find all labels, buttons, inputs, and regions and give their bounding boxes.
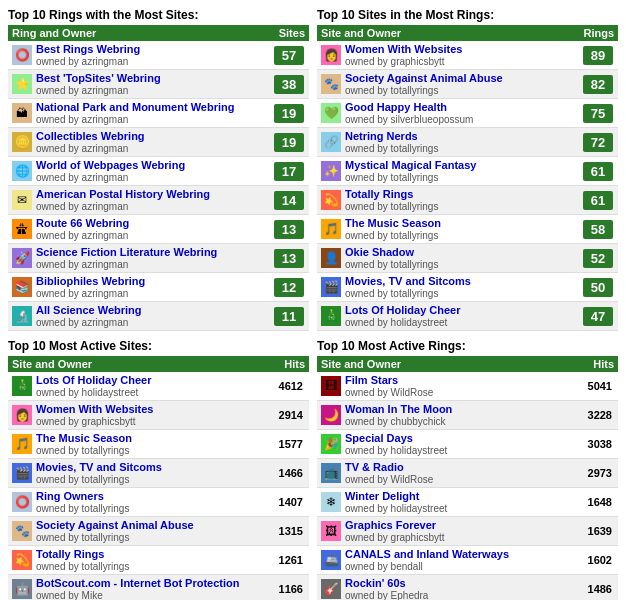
- table-row: ⭕Ring Ownersowned by totallyrings1407: [8, 488, 309, 517]
- row-site-name-0-3[interactable]: Collectibles Webring: [36, 130, 145, 142]
- row-site-name-1-1[interactable]: Society Against Animal Abuse: [345, 72, 503, 84]
- row-icon-1-2: 💚: [321, 103, 341, 123]
- row-site-name-3-6[interactable]: CANALS and Inland Waterways: [345, 548, 509, 560]
- row-owner-0-0: owned by azringman: [36, 56, 128, 67]
- count-badge-0-2: 19: [274, 104, 304, 123]
- row-site-name-0-9[interactable]: All Science Webring: [36, 304, 142, 316]
- row-owner-0-4: owned by azringman: [36, 172, 128, 183]
- row-icon-2-6: 💫: [12, 550, 32, 570]
- row-site-name-1-2[interactable]: Good Happy Health: [345, 101, 473, 113]
- row-site-name-3-7[interactable]: Rockin' 60s: [345, 577, 428, 589]
- row-site-name-0-2[interactable]: National Park and Monument Webring: [36, 101, 234, 113]
- table-row: 🎄Lots Of Holiday Cheerowned by holidayst…: [317, 302, 618, 331]
- panel-top-sites-most-rings: Top 10 Sites in the Most Rings:Site and …: [313, 4, 622, 335]
- row-owner-0-9: owned by azringman: [36, 317, 128, 328]
- row-site-name-1-5[interactable]: Totally Rings: [345, 188, 438, 200]
- table-row: 🐾Society Against Animal Abuseowned by to…: [317, 70, 618, 99]
- table-row: ⭕Best Rings Webringowned by azringman57: [8, 41, 309, 70]
- row-owner-2-6: owned by totallyrings: [36, 561, 129, 572]
- row-count-cell-3-6: 1602: [578, 546, 618, 575]
- row-site-name-0-8[interactable]: Bibliophiles Webring: [36, 275, 145, 287]
- row-owner-2-4: owned by totallyrings: [36, 503, 129, 514]
- table-row: ❄Winter Delightowned by holidaystreet164…: [317, 488, 618, 517]
- row-site-name-1-0[interactable]: Women With Websites: [345, 43, 462, 55]
- row-owner-3-6: owned by bendall: [345, 561, 423, 572]
- row-icon-2-4: ⭕: [12, 492, 32, 512]
- row-owner-1-2: owned by silverblueopossum: [345, 114, 473, 125]
- row-site-name-0-7[interactable]: Science Fiction Literature Webring: [36, 246, 217, 258]
- row-icon-3-7: 🎸: [321, 579, 341, 599]
- row-site-name-3-0[interactable]: Film Stars: [345, 374, 433, 386]
- row-count-cell-1-0: 89: [578, 41, 618, 70]
- row-owner-0-1: owned by azringman: [36, 85, 128, 96]
- row-count-cell-3-2: 3038: [578, 430, 618, 459]
- count-badge-0-4: 17: [274, 162, 304, 181]
- table-row: 🔬All Science Webringowned by azringman11: [8, 302, 309, 331]
- row-site-name-1-9[interactable]: Lots Of Holiday Cheer: [345, 304, 461, 316]
- row-site-name-1-6[interactable]: The Music Season: [345, 217, 441, 229]
- row-owner-0-5: owned by azringman: [36, 201, 128, 212]
- row-site-name-0-4[interactable]: World of Webpages Webring: [36, 159, 185, 171]
- row-site-name-1-7[interactable]: Okie Shadow: [345, 246, 438, 258]
- row-count-cell-2-6: 1261: [269, 546, 309, 575]
- row-site-name-3-5[interactable]: Graphics Forever: [345, 519, 445, 531]
- row-icon-1-0: 👩: [321, 45, 341, 65]
- row-site-name-2-1[interactable]: Women With Websites: [36, 403, 153, 415]
- row-owner-3-3: owned by WildRose: [345, 474, 433, 485]
- table-row: 🎸Rockin' 60sowned by Ephedra1486: [317, 575, 618, 601]
- row-site-name-0-5[interactable]: American Postal History Webring: [36, 188, 210, 200]
- row-site-name-3-2[interactable]: Special Days: [345, 432, 447, 444]
- row-owner-0-7: owned by azringman: [36, 259, 128, 270]
- row-count-cell-3-3: 2973: [578, 459, 618, 488]
- row-icon-3-2: 🎉: [321, 434, 341, 454]
- row-site-name-2-3[interactable]: Movies, TV and Sitcoms: [36, 461, 162, 473]
- row-site-name-3-1[interactable]: Woman In The Moon: [345, 403, 452, 415]
- row-count-cell-0-3: 19: [269, 128, 309, 157]
- table-row: 🚢CANALS and Inland Waterwaysowned by ben…: [317, 546, 618, 575]
- row-count-cell-0-2: 19: [269, 99, 309, 128]
- count-badge-1-4: 61: [583, 162, 613, 181]
- panel-title-2: Top 10 Most Active Sites:: [8, 339, 309, 353]
- count-badge-1-0: 89: [583, 46, 613, 65]
- row-site-name-2-0[interactable]: Lots Of Holiday Cheer: [36, 374, 152, 386]
- row-count-cell-0-0: 57: [269, 41, 309, 70]
- row-site-name-2-2[interactable]: The Music Season: [36, 432, 132, 444]
- row-site-name-3-3[interactable]: TV & Radio: [345, 461, 433, 473]
- row-owner-3-5: owned by graphicsbytt: [345, 532, 445, 543]
- row-site-name-3-4[interactable]: Winter Delight: [345, 490, 447, 502]
- row-owner-1-0: owned by graphicsbytt: [345, 56, 445, 67]
- row-owner-1-9: owned by holidaystreet: [345, 317, 447, 328]
- table-row: 👩Women With Websitesowned by graphicsbyt…: [317, 41, 618, 70]
- row-count-cell-3-0: 5041: [578, 372, 618, 401]
- row-icon-0-0: ⭕: [12, 45, 32, 65]
- row-site-name-0-1[interactable]: Best 'TopSites' Webring: [36, 72, 161, 84]
- row-site-name-2-6[interactable]: Totally Rings: [36, 548, 129, 560]
- row-icon-3-6: 🚢: [321, 550, 341, 570]
- table-row: 🎬Movies, TV and Sitcomsowned by totallyr…: [8, 459, 309, 488]
- row-icon-0-3: 🪙: [12, 132, 32, 152]
- row-site-name-2-5[interactable]: Society Against Animal Abuse: [36, 519, 194, 531]
- row-icon-2-1: 👩: [12, 405, 32, 425]
- row-site-name-1-3[interactable]: Netring Nerds: [345, 130, 438, 142]
- table-row: ✉American Postal History Webringowned by…: [8, 186, 309, 215]
- row-site-name-0-0[interactable]: Best Rings Webring: [36, 43, 140, 55]
- row-site-name-2-7[interactable]: BotScout.com - Internet Bot Protection: [36, 577, 240, 589]
- row-owner-3-7: owned by Ephedra: [345, 590, 428, 600]
- row-count-cell-2-2: 1577: [269, 430, 309, 459]
- row-site-name-1-4[interactable]: Mystical Magical Fantasy: [345, 159, 476, 171]
- table-row: 🤖BotScout.com - Internet Bot Protectiono…: [8, 575, 309, 601]
- table-row: 🪙Collectibles Webringowned by azringman1…: [8, 128, 309, 157]
- row-icon-1-1: 🐾: [321, 74, 341, 94]
- row-site-name-0-6[interactable]: Route 66 Webring: [36, 217, 129, 229]
- row-site-name-1-8[interactable]: Movies, TV and Sitcoms: [345, 275, 471, 287]
- table-row: 🚀Science Fiction Literature Webringowned…: [8, 244, 309, 273]
- table-row: 🐾Society Against Animal Abuseowned by to…: [8, 517, 309, 546]
- col-header-name-0: Ring and Owner: [8, 25, 269, 41]
- row-site-name-2-4[interactable]: Ring Owners: [36, 490, 129, 502]
- row-owner-3-2: owned by holidaystreet: [345, 445, 447, 456]
- col-header-count-3: Hits: [578, 356, 618, 372]
- row-icon-0-5: ✉: [12, 190, 32, 210]
- row-count-cell-0-6: 13: [269, 215, 309, 244]
- table-row: 💚Good Happy Healthowned by silverblueopo…: [317, 99, 618, 128]
- row-count-cell-3-5: 1639: [578, 517, 618, 546]
